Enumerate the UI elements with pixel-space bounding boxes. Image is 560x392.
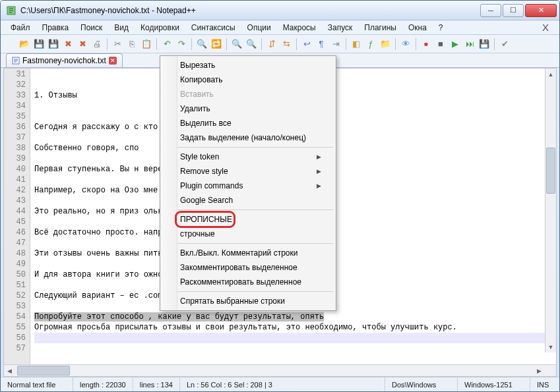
close-all-icon[interactable]: ✖ xyxy=(76,38,89,51)
monitor-icon[interactable]: 👁 xyxy=(399,38,412,51)
ctx-item-label: Google Search xyxy=(180,196,233,205)
ctx-закомментировать-выделенное[interactable]: Закомментировать выделенное xyxy=(162,260,334,275)
status-length: length : 22030 xyxy=(73,378,133,391)
ctx-выделить-все[interactable]: Выделить все xyxy=(162,116,334,130)
save-all-icon[interactable]: 💾 xyxy=(47,38,60,51)
copy-icon[interactable]: ⎘ xyxy=(125,38,139,51)
scroll-up-icon[interactable]: ▲ xyxy=(545,69,556,80)
ctx-item-label: Удалить xyxy=(180,104,210,113)
line-number: 36 xyxy=(4,122,26,132)
line-number: 50 xyxy=(4,269,26,280)
menu-edit[interactable]: Правка xyxy=(36,21,75,34)
menu-language[interactable]: Синтаксисы xyxy=(185,21,241,34)
scroll-right-icon[interactable]: ▶ xyxy=(534,365,545,376)
line-number: 33 xyxy=(4,90,26,101)
tab-close-icon[interactable]: ✕ xyxy=(109,57,117,65)
hscroll-thumb[interactable] xyxy=(17,366,70,376)
find-icon[interactable]: 🔍 xyxy=(195,38,208,51)
folder-icon[interactable]: 📁 xyxy=(379,38,392,51)
ctx-удалить[interactable]: Удалить xyxy=(162,101,334,116)
minimize-button[interactable]: ─ xyxy=(480,4,501,17)
play-multi-icon[interactable]: ⏭ xyxy=(463,38,476,51)
close-icon[interactable]: ✖ xyxy=(61,38,75,51)
stop-icon[interactable]: ■ xyxy=(434,38,447,51)
ctx-separator xyxy=(163,147,333,148)
titlebar[interactable]: C:\Users\ПК\Fastmoney-novichok.txt - Not… xyxy=(1,1,559,20)
record-icon[interactable]: ● xyxy=(420,38,433,51)
spellcheck-icon[interactable]: ✔ xyxy=(498,38,511,51)
status-lines: lines : 134 xyxy=(133,378,180,391)
close-doc-button[interactable]: X xyxy=(536,22,555,33)
ctx-remove-style[interactable]: Remove style▶ xyxy=(162,164,334,179)
status-insert-mode: INS xyxy=(530,378,559,391)
ctx-plugin-commands[interactable]: Plugin commands▶ xyxy=(162,179,334,193)
code-line[interactable] xyxy=(34,333,556,343)
line-number: 51 xyxy=(4,280,26,291)
save-icon[interactable]: 💾 xyxy=(32,38,46,51)
status-eol: Dos\Windows xyxy=(385,378,458,391)
undo-icon[interactable]: ↶ xyxy=(160,38,173,51)
code-line[interactable]: Огромная просьба присылать отзывы и свои… xyxy=(34,322,556,333)
tab-active[interactable]: Fastmoney-novichok.txt ✕ xyxy=(6,53,123,67)
ctx-копировать[interactable]: Копировать xyxy=(162,72,334,87)
line-number: 55 xyxy=(4,322,26,333)
ctx-раскомментировать-выделенное[interactable]: Раскомментировать выделенное xyxy=(162,275,334,289)
ctx-задать-выделение-начало-конец-[interactable]: Задать выделение (начало/конец) xyxy=(162,130,334,145)
sync-v-icon[interactable]: ⇵ xyxy=(265,38,278,51)
close-window-button[interactable]: ✕ xyxy=(525,4,557,17)
line-number: 31 xyxy=(4,69,26,80)
func-list-icon[interactable]: ƒ xyxy=(364,38,377,51)
zoom-out-icon[interactable]: 🔍 xyxy=(245,38,258,51)
ctx-спрятать-выбранные-строки[interactable]: Спрятать выбранные строки xyxy=(162,294,334,308)
replace-icon[interactable]: 🔁 xyxy=(210,38,223,51)
line-number: 46 xyxy=(4,227,26,238)
line-number: 38 xyxy=(4,143,26,154)
menu-help[interactable]: ? xyxy=(433,21,449,34)
indent-icon[interactable]: ⇥ xyxy=(329,38,342,51)
save-macro-icon[interactable]: 💾 xyxy=(478,38,491,51)
maximize-button[interactable]: ☐ xyxy=(503,4,524,17)
code-line[interactable] xyxy=(34,343,556,354)
horizontal-scrollbar[interactable]: ◀ ▶ xyxy=(4,364,556,376)
paste-icon[interactable]: 📋 xyxy=(140,38,153,51)
menu-plugins[interactable]: Плагины xyxy=(358,21,402,34)
line-number-gutter: 3132333435363738394041424344454647484950… xyxy=(4,69,30,364)
code-line[interactable]: Попробуйте этот способо , какие у вас бу… xyxy=(34,312,556,322)
cut-icon[interactable]: ✂ xyxy=(111,38,124,51)
open-file-icon[interactable]: 📂 xyxy=(18,38,31,51)
scroll-down-icon[interactable]: ▼ xyxy=(545,341,556,352)
redo-icon[interactable]: ↷ xyxy=(175,38,188,51)
menu-file[interactable]: Файл xyxy=(5,21,36,34)
vertical-scrollbar[interactable]: ▲ ▼ xyxy=(545,69,556,352)
print-icon[interactable]: 🖨 xyxy=(90,38,104,51)
ctx-прописные[interactable]: ПРОПИСНЫЕ xyxy=(162,212,334,227)
scroll-left-icon[interactable]: ◀ xyxy=(4,365,15,376)
menu-encoding[interactable]: Кодировки xyxy=(135,21,185,34)
status-position: Ln : 56 Col : 6 Sel : 208 | 3 xyxy=(180,378,385,391)
status-file-type: Normal text file xyxy=(1,378,73,391)
all-chars-icon[interactable]: ¶ xyxy=(315,38,328,51)
ctx-item-label: строчные xyxy=(180,229,215,238)
menu-macro[interactable]: Макросы xyxy=(277,21,322,34)
new-file-icon[interactable]: ▫ xyxy=(3,38,16,51)
line-number: 37 xyxy=(4,132,26,143)
line-number: 39 xyxy=(4,154,26,164)
play-icon[interactable]: ▶ xyxy=(449,38,462,51)
ctx-google-search[interactable]: Google Search xyxy=(162,193,334,208)
vscroll-thumb[interactable] xyxy=(546,148,555,194)
menu-search[interactable]: Поиск xyxy=(75,21,108,34)
ctx-строчные[interactable]: строчные xyxy=(162,227,334,241)
menu-settings[interactable]: Опции xyxy=(241,21,277,34)
ctx-вкл-выкл-комментарий-строки[interactable]: Вкл./Выкл. Комментарий строки xyxy=(162,246,334,260)
line-number: 56 xyxy=(4,333,26,343)
ctx-вырезать[interactable]: Вырезать xyxy=(162,58,334,72)
wrap-icon[interactable]: ↩ xyxy=(300,38,313,51)
zoom-in-icon[interactable]: 🔍 xyxy=(230,38,243,51)
menu-window[interactable]: Окна xyxy=(402,21,433,34)
menu-run[interactable]: Запуск xyxy=(322,21,359,34)
sync-h-icon[interactable]: ⇆ xyxy=(280,38,293,51)
menu-view[interactable]: Вид xyxy=(108,21,135,34)
lang-icon[interactable]: ◧ xyxy=(350,38,363,51)
ctx-style-token[interactable]: Style token▶ xyxy=(162,150,334,164)
ctx-item-label: Remove style xyxy=(180,167,228,176)
